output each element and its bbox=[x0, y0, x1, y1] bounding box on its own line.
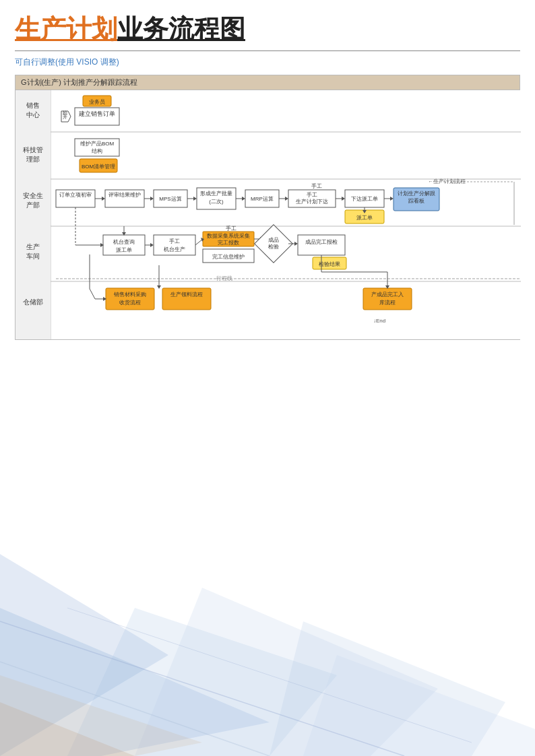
svg-text:成品: 成品 bbox=[268, 237, 279, 243]
svg-text:行程线: 行程线 bbox=[216, 275, 232, 281]
svg-text:库流程: 库流程 bbox=[379, 300, 396, 306]
svg-text:产部: 产部 bbox=[26, 201, 40, 209]
svg-text:完工信息维护: 完工信息维护 bbox=[212, 254, 245, 260]
svg-text:手工: 手工 bbox=[307, 192, 317, 198]
svg-text:←生产计划流程: ←生产计划流程 bbox=[428, 178, 466, 184]
svg-text:生产计划下达: 生产计划下达 bbox=[296, 199, 328, 205]
svg-text:机台生产: 机台生产 bbox=[164, 246, 185, 252]
svg-text:下达派工单: 下达派工单 bbox=[351, 196, 378, 202]
svg-line-134 bbox=[0, 621, 404, 756]
svg-text:收货流程: 收货流程 bbox=[119, 300, 141, 306]
background-decoration bbox=[0, 352, 535, 756]
svg-marker-129 bbox=[135, 588, 438, 756]
svg-text:中心: 中心 bbox=[26, 111, 40, 118]
svg-text:机台查询: 机台查询 bbox=[113, 239, 135, 245]
svg-marker-131 bbox=[303, 655, 535, 756]
svg-text:成品完工报检: 成品完工报检 bbox=[305, 239, 338, 245]
svg-text:生产: 生产 bbox=[26, 243, 40, 250]
svg-text:检验: 检验 bbox=[268, 244, 279, 250]
svg-rect-0 bbox=[15, 90, 521, 339]
svg-line-136 bbox=[0, 662, 270, 756]
title-line: 生产计划业务流程图 bbox=[15, 12, 520, 51]
svg-text:理部: 理部 bbox=[26, 156, 40, 163]
page-content: 生产计划业务流程图 可自行调整(使用 VISIO 调整) G计划(生产) 计划推… bbox=[0, 0, 535, 340]
svg-text:MPS运算: MPS运算 bbox=[159, 196, 181, 202]
svg-text:产成品完工入: 产成品完工入 bbox=[371, 291, 404, 298]
svg-text:完工报数: 完工报数 bbox=[218, 240, 239, 246]
svg-rect-96 bbox=[298, 235, 345, 255]
svg-text:(二次): (二次) bbox=[209, 199, 224, 205]
svg-text:安全生: 安全生 bbox=[23, 192, 43, 199]
svg-text:订单立项初审: 订单立项初审 bbox=[59, 192, 92, 198]
svg-text:踪看板: 踪看板 bbox=[408, 198, 424, 204]
svg-marker-133 bbox=[0, 675, 202, 756]
svg-text:业务员: 业务员 bbox=[89, 99, 105, 105]
title-part1: 生产计划 bbox=[15, 15, 117, 43]
svg-text:数据采集系统采集: 数据采集系统采集 bbox=[207, 233, 250, 239]
flowchart-header: G计划(生产) 计划推产分解跟踪流程 bbox=[15, 75, 520, 90]
svg-text:形成生产批量: 形成生产批量 bbox=[200, 191, 232, 197]
flowchart-svg: 销售 中心 科技管 理部 安全生 产部 生产 车间 仓储部 业务员 建立销售订单… bbox=[15, 90, 521, 339]
svg-line-135 bbox=[67, 608, 472, 743]
svg-marker-127 bbox=[0, 608, 270, 756]
page-title: 生产计划业务流程图 bbox=[15, 15, 245, 43]
svg-text:计划生产分解跟: 计划生产分解跟 bbox=[398, 191, 435, 197]
svg-marker-130 bbox=[270, 621, 505, 756]
svg-marker-126 bbox=[0, 554, 168, 756]
svg-text:仓储部: 仓储部 bbox=[23, 298, 43, 306]
svg-text:检验结果: 检验结果 bbox=[319, 261, 340, 267]
svg-text:手工: 手工 bbox=[226, 226, 237, 232]
svg-text:销售材料采购: 销售材料采购 bbox=[113, 291, 146, 298]
svg-text:结构: 结构 bbox=[92, 148, 102, 154]
svg-text:手工: 手工 bbox=[311, 183, 322, 189]
flowchart: G计划(生产) 计划推产分解跟踪流程 bbox=[15, 75, 520, 340]
svg-rect-10 bbox=[15, 281, 51, 339]
svg-text:派工单: 派工单 bbox=[116, 247, 132, 253]
svg-text:始: 始 bbox=[63, 110, 67, 116]
svg-text:BOM清单管理: BOM清单管理 bbox=[82, 164, 115, 170]
svg-text:MRP运算: MRP运算 bbox=[251, 196, 274, 202]
svg-text:↓End: ↓End bbox=[373, 318, 385, 324]
svg-text:开: 开 bbox=[63, 114, 67, 119]
svg-text:派工单: 派工单 bbox=[356, 215, 373, 221]
svg-marker-132 bbox=[0, 702, 135, 756]
svg-text:销售: 销售 bbox=[26, 102, 40, 109]
svg-text:生产领料流程: 生产领料流程 bbox=[170, 291, 203, 298]
flowchart-body: 销售 中心 科技管 理部 安全生 产部 生产 车间 仓储部 业务员 建立销售订单… bbox=[15, 90, 520, 339]
svg-text:建立销售订单: 建立销售订单 bbox=[78, 110, 115, 117]
svg-text:车间: 车间 bbox=[26, 252, 40, 260]
svg-text:评审结果维护: 评审结果维护 bbox=[108, 192, 141, 198]
svg-marker-128 bbox=[67, 608, 337, 756]
svg-text:科技管: 科技管 bbox=[23, 146, 43, 153]
svg-text:维护产品BOM: 维护产品BOM bbox=[80, 141, 115, 147]
svg-text:手工: 手工 bbox=[169, 238, 180, 244]
subtitle: 可自行调整(使用 VISIO 调整) bbox=[15, 57, 520, 68]
title-part2: 业务流程图 bbox=[117, 15, 245, 43]
